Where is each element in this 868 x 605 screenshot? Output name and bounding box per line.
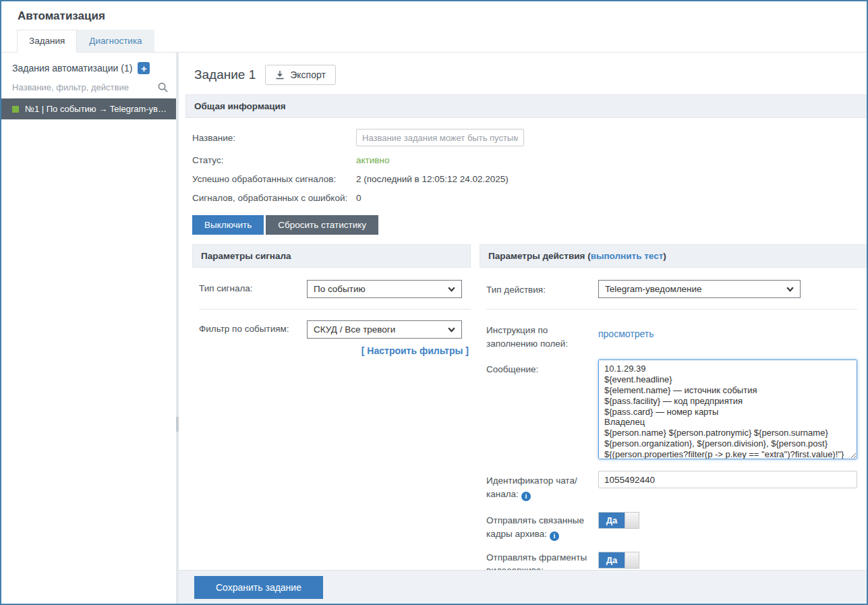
app-header: Автоматизация	[1, 1, 867, 30]
toggle-knob	[625, 552, 639, 568]
signal-params-panel: Параметры сигнала Тип сигнала: По событи…	[192, 244, 471, 570]
sidebar-divider[interactable]	[176, 53, 179, 604]
chat-id-input[interactable]	[598, 471, 857, 488]
message-label: Сообщение:	[486, 359, 598, 461]
tab-tasks[interactable]: Задания	[17, 30, 77, 53]
error-signals-label: Сигналов, обработанных с ошибкой:	[192, 193, 356, 203]
sidebar-title: Задания автоматизации (1)	[12, 63, 132, 74]
event-filter-label: Фильтр по событиям:	[199, 320, 307, 339]
page-title: Автоматизация	[18, 9, 850, 23]
chat-id-label: Идентификатор чата/канала:i	[486, 471, 598, 501]
task-search-input[interactable]	[12, 82, 158, 92]
task-list-item[interactable]: №1 | По событию → Telegram-увед...	[1, 98, 176, 119]
task-detail-panel: Задание 1 Экспорт Общая информация Назва…	[179, 53, 867, 570]
status-label: Статус:	[192, 155, 356, 165]
signal-type-label: Тип сигнала:	[199, 280, 307, 298]
footer-bar: Сохранить задание	[179, 570, 867, 604]
status-value: активно	[356, 155, 389, 165]
general-info-header: Общая информация	[185, 94, 867, 118]
action-type-value: Telegram-уведомление	[605, 284, 702, 294]
action-params-panel: Параметры действия (выполнить тест) Тип …	[480, 244, 867, 570]
divider-thumb[interactable]	[176, 417, 179, 432]
task-item-label: №1 | По событию → Telegram-увед...	[25, 104, 169, 114]
action-header-suffix: )	[663, 251, 666, 261]
chat-id-label-text: Идентификатор чата/канала:	[486, 476, 577, 499]
tabbar: Задания Диагностика	[1, 30, 867, 53]
disable-button[interactable]: Выключить	[192, 215, 264, 235]
instruction-label: Инструкция по заполнению полей:	[486, 320, 598, 350]
info-icon[interactable]: i	[550, 531, 559, 541]
message-textarea[interactable]: 10.1.29.39 ${event.headline} ${element.n…	[598, 359, 857, 459]
chevron-down-icon	[786, 285, 794, 293]
action-type-label: Тип действия:	[486, 280, 598, 298]
error-signals-value: 0	[356, 193, 361, 203]
send-frames-toggle[interactable]: Да	[598, 512, 639, 529]
add-task-button[interactable]: +	[138, 62, 150, 74]
toggle-on-label: Да	[599, 552, 625, 568]
send-fragments-label: Отправлять фрагменты видеоархива:	[486, 548, 598, 570]
toggle-knob	[625, 513, 639, 528]
send-frames-label-text: Отправлять связанные кадры архива:	[486, 515, 584, 539]
configure-filters-link[interactable]: [ Настроить фильтры ]	[314, 345, 469, 356]
export-button[interactable]: Экспорт	[265, 65, 336, 85]
task-status-square-icon	[12, 106, 19, 113]
automation-window: Автоматизация Задания Диагностика Задани…	[0, 0, 868, 605]
event-filter-value: СКУД / Все тревоги	[314, 324, 395, 335]
signal-type-select[interactable]: По событию	[307, 280, 462, 298]
info-icon[interactable]: i	[521, 492, 531, 501]
chevron-down-icon	[447, 285, 456, 293]
export-button-label: Экспорт	[290, 69, 326, 80]
save-task-button[interactable]: Сохранить задание	[194, 576, 323, 599]
success-signals-value: 2 (последний в 12:05:12 24.02.2025)	[356, 174, 509, 184]
event-filter-select[interactable]: СКУД / Все тревоги	[307, 320, 462, 339]
success-signals-label: Успешно обработанных сигналов:	[192, 174, 356, 184]
view-instruction-link[interactable]: просмотреть	[598, 328, 654, 339]
action-type-select[interactable]: Telegram-уведомление	[598, 280, 801, 298]
search-icon	[158, 82, 168, 92]
task-title: Задание 1	[194, 67, 256, 82]
signal-params-header: Параметры сигнала	[192, 244, 471, 268]
chevron-down-icon	[447, 325, 456, 334]
reset-stats-button[interactable]: Сбросить статистику	[266, 215, 378, 235]
send-fragments-toggle[interactable]: Да	[598, 552, 639, 569]
action-header-text: Параметры действия (	[488, 251, 591, 261]
run-test-link[interactable]: выполнить тест	[591, 251, 664, 261]
task-search	[12, 82, 171, 98]
tab-diagnostics[interactable]: Диагностика	[77, 30, 154, 52]
name-label: Название:	[192, 133, 356, 143]
task-name-input[interactable]	[356, 129, 524, 146]
tasks-sidebar: Задания автоматизации (1) + №1 | По собы…	[1, 53, 176, 604]
download-icon	[275, 70, 285, 80]
send-frames-label: Отправлять связанные кадры архива:i	[486, 511, 598, 541]
action-params-header: Параметры действия (выполнить тест)	[480, 244, 867, 268]
toggle-on-label: Да	[599, 513, 625, 528]
signal-type-value: По событию	[314, 284, 366, 294]
